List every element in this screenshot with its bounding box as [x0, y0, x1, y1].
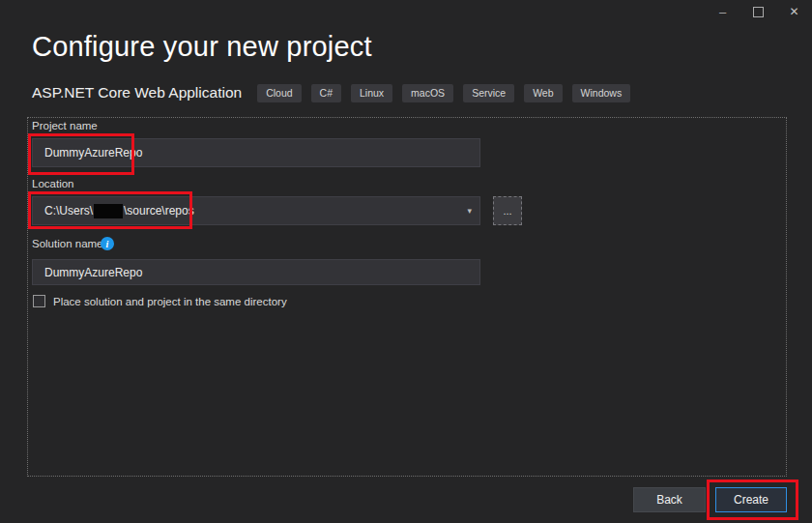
tag-csharp: C#: [311, 84, 341, 102]
location-path-suffix: \source\repos: [124, 204, 194, 218]
redacted-username-box: [94, 204, 123, 218]
titlebar: – ✕: [0, 0, 812, 25]
project-name-label: Project name: [32, 120, 98, 131]
same-directory-label: Place solution and project in the same d…: [53, 296, 287, 307]
browse-location-button[interactable]: ...: [493, 196, 522, 225]
location-label: Location: [32, 178, 73, 189]
create-button[interactable]: Create: [715, 487, 787, 512]
solution-name-input[interactable]: [32, 259, 480, 285]
minimize-icon: –: [719, 5, 726, 19]
maximize-button[interactable]: [740, 0, 776, 23]
same-directory-checkbox[interactable]: [33, 295, 45, 307]
location-combobox[interactable]: C:\Users\\source\repos ▾: [32, 196, 480, 225]
info-icon[interactable]: i: [101, 237, 114, 250]
close-button[interactable]: ✕: [776, 0, 812, 23]
same-directory-row: Place solution and project in the same d…: [33, 295, 287, 307]
minimize-button[interactable]: –: [705, 0, 740, 23]
location-path-prefix: C:\Users\: [44, 204, 93, 218]
tag-cloud: Cloud: [257, 84, 301, 102]
template-name: ASP.NET Core Web Application: [32, 84, 242, 102]
tag-windows: Windows: [572, 84, 631, 102]
chevron-down-icon: ▾: [467, 206, 472, 216]
solution-name-label: Solution name: [32, 238, 103, 249]
tag-linux: Linux: [351, 84, 392, 102]
project-name-input[interactable]: [32, 138, 480, 167]
template-tags: Cloud C# Linux macOS Service Web Windows: [257, 84, 630, 102]
tag-web: Web: [524, 84, 562, 102]
template-header: ASP.NET Core Web Application Cloud C# Li…: [32, 84, 630, 102]
page-title: Configure your new project: [32, 31, 372, 63]
maximize-icon: [753, 7, 764, 17]
window-controls: – ✕: [705, 0, 812, 25]
tag-service: Service: [463, 84, 514, 102]
close-icon: ✕: [789, 5, 798, 18]
tag-macos: macOS: [402, 84, 453, 102]
back-button[interactable]: Back: [633, 487, 706, 512]
